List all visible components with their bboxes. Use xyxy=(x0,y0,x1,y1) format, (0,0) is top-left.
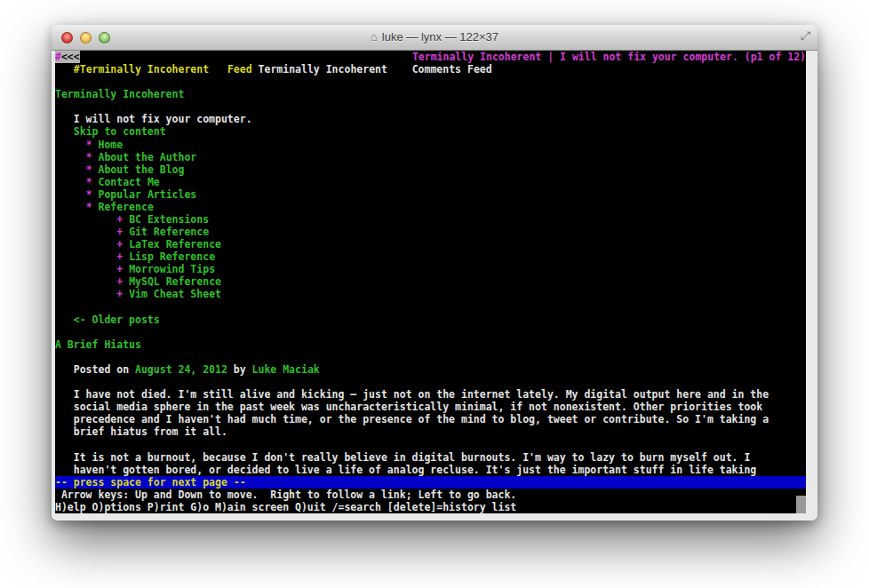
terminal-text-segment: Terminally Incoherent xyxy=(55,88,184,100)
terminal-text-segment: * xyxy=(86,151,92,163)
terminal-text-segment: About the Author xyxy=(99,151,197,163)
terminal-text-segment xyxy=(55,163,86,176)
terminal-text-segment: -- press space for next page -- xyxy=(55,476,246,489)
terminal-text-segment: Popular Articles xyxy=(99,188,197,201)
terminal-text-segment: About the Blog xyxy=(99,163,185,176)
terminal-row: A Brief Hiatus xyxy=(55,338,806,351)
terminal-text-segment xyxy=(55,314,74,326)
terminal-text-segment xyxy=(55,151,86,163)
terminal-row: precedence and I haven't had much time, … xyxy=(55,413,806,425)
terminal-text-segment xyxy=(55,275,116,288)
terminal-text-segment: precedence and I haven't had much time, … xyxy=(55,413,769,425)
terminal-text-segment xyxy=(92,201,99,213)
terminal-row xyxy=(55,438,806,450)
terminal-text-segment xyxy=(55,176,86,188)
terminal-text-segment: <<< xyxy=(61,51,80,63)
terminal-row: -- press space for next page -- xyxy=(55,476,806,489)
terminal-row: + Git Reference xyxy=(55,226,806,238)
terminal-text-segment: I have not died. I'm still alive and kic… xyxy=(55,388,769,401)
terminal-text-segment: Home xyxy=(99,139,124,151)
terminal-text-segment xyxy=(209,63,227,75)
terminal-row: + LaTex Reference xyxy=(55,238,806,250)
terminal-text-segment: Terminally Incoherent | I will not fix y… xyxy=(412,51,806,63)
terminal-text-segment: * xyxy=(86,163,92,176)
terminal-row: brief hiatus from it all. xyxy=(55,425,806,438)
terminal-row: social media sphere in the past week was… xyxy=(55,401,806,413)
terminal-text-segment xyxy=(55,125,74,138)
terminal-window: ⌂luke — lynx — 122×37 ⤢ #<<<Terminally I… xyxy=(52,25,817,520)
terminal-text-segment xyxy=(55,263,116,275)
terminal-text-segment: #Terminally Incoherent xyxy=(74,63,209,75)
resize-icon[interactable]: ⤢ xyxy=(801,28,810,44)
terminal-text-segment: Posted on xyxy=(55,363,135,376)
desktop-background: ⌂luke — lynx — 122×37 ⤢ #<<<Terminally I… xyxy=(0,0,869,588)
terminal-text-segment: Contact Me xyxy=(99,176,160,188)
terminal-row xyxy=(55,376,806,388)
window-titlebar[interactable]: ⌂luke — lynx — 122×37 ⤢ xyxy=(52,25,817,51)
terminal-text-segment xyxy=(55,201,86,213)
terminal-text-segment: haven't gotten bored, or decided to live… xyxy=(55,464,756,476)
terminal-text-segment xyxy=(92,188,99,201)
terminal-text-segment: <- Older posts xyxy=(74,314,160,326)
terminal-frame: #<<<Terminally Incoherent | I will not f… xyxy=(52,51,817,520)
terminal-row: + Lisp Reference xyxy=(55,250,806,263)
terminal-text-segment xyxy=(55,226,116,238)
scrollbar-track[interactable] xyxy=(806,51,817,520)
terminal-text-segment: Git Reference xyxy=(129,226,209,238)
window-title: ⌂luke — lynx — 122×37 xyxy=(52,25,817,50)
terminal-text-segment: Terminally Incoherent xyxy=(259,63,387,75)
terminal-text-segment: social media sphere in the past week was… xyxy=(55,401,762,413)
terminal-text-segment: * xyxy=(86,188,92,201)
terminal-text-segment: * xyxy=(86,201,92,213)
terminal-row: <- Older posts xyxy=(55,314,806,326)
terminal-row xyxy=(55,301,806,314)
terminal-text-segment: A Brief Hiatus xyxy=(55,338,141,351)
terminal-text-segment: MySQL Reference xyxy=(129,275,221,288)
terminal-text-segment xyxy=(55,238,116,250)
terminal-text-segment xyxy=(55,288,116,300)
terminal-row xyxy=(55,326,806,338)
terminal-text-segment: I will not fix your computer. xyxy=(55,113,252,125)
terminal-text-segment: August 24, 2012 xyxy=(135,363,227,376)
terminal-text-segment xyxy=(55,188,86,201)
terminal-text-segment: Luke Maciak xyxy=(252,363,320,376)
terminal-row: #<<<Terminally Incoherent | I will not f… xyxy=(55,51,806,63)
terminal-text-segment: Morrowind Tips xyxy=(129,263,215,275)
terminal-text-segment: H)elp O)ptions P)rint G)o M)ain screen Q… xyxy=(55,501,516,513)
terminal-row: * Home xyxy=(55,139,806,151)
terminal-row: Terminally Incoherent xyxy=(55,88,806,100)
terminal-text-segment xyxy=(92,139,99,151)
terminal-text-segment xyxy=(55,139,86,151)
terminal-text-segment xyxy=(55,250,116,263)
terminal-text-segment xyxy=(92,176,99,188)
terminal-row xyxy=(55,100,806,113)
terminal-text-segment: by xyxy=(227,363,252,376)
terminal-row: haven't gotten bored, or decided to live… xyxy=(55,464,806,476)
terminal-row: + Vim Cheat Sheet xyxy=(55,288,806,300)
terminal-text-segment xyxy=(252,63,259,75)
terminal-row: * About the Author xyxy=(55,151,806,163)
terminal-row xyxy=(55,75,806,88)
terminal-text-segment: BC Extensions xyxy=(129,213,209,226)
terminal-row-right-text: Terminally Incoherent | I will not fix y… xyxy=(412,51,806,63)
terminal-row: I will not fix your computer. xyxy=(55,113,806,125)
terminal-text-segment: It is not a burnout, because I don't rea… xyxy=(55,451,750,464)
terminal-text-segment: Skip to content xyxy=(74,125,166,138)
terminal-text-segment xyxy=(387,63,412,75)
terminal-text-segment: Lisp Reference xyxy=(129,250,215,263)
window-title-text: luke — lynx — 122×37 xyxy=(382,30,498,44)
terminal-text-segment xyxy=(55,63,74,75)
terminal-row: Posted on August 24, 2012 by Luke Maciak xyxy=(55,363,806,376)
terminal-text-segment: LaTex Reference xyxy=(129,238,221,250)
terminal-screen[interactable]: #<<<Terminally Incoherent | I will not f… xyxy=(55,51,806,513)
terminal-text-segment xyxy=(55,213,116,226)
terminal-row: H)elp O)ptions P)rint G)o M)ain screen Q… xyxy=(55,501,806,513)
terminal-text-segment: Arrow keys: Up and Down to move. Right t… xyxy=(55,489,516,501)
terminal-text-segment xyxy=(92,151,99,163)
terminal-row: * Reference xyxy=(55,201,806,213)
terminal-text-segment xyxy=(92,163,99,176)
terminal-row: It is not a burnout, because I don't rea… xyxy=(55,451,806,464)
home-icon: ⌂ xyxy=(371,30,378,44)
terminal-text-segment: # xyxy=(55,51,61,63)
terminal-text-segment: Vim Cheat Sheet xyxy=(129,288,221,300)
